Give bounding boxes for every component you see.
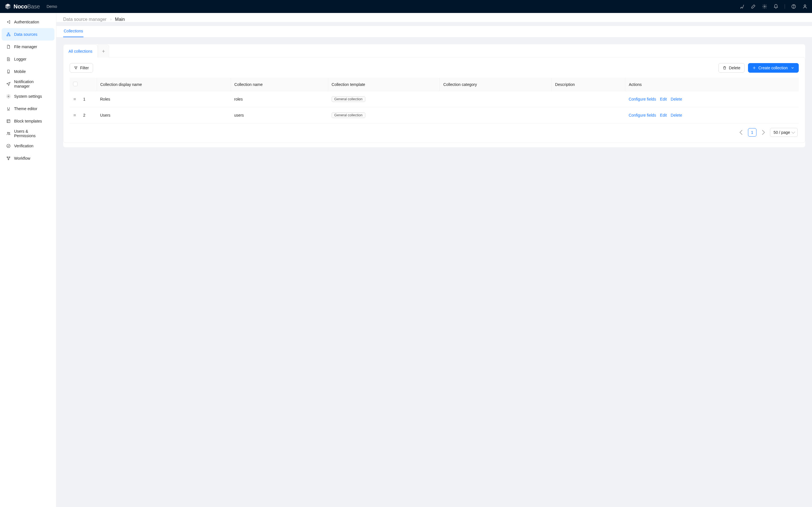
sidebar-item-label: Verification <box>14 144 33 148</box>
logo[interactable]: NocoBase <box>4 3 40 10</box>
sidebar-item-system-settings[interactable]: System settings <box>2 90 54 103</box>
sidebar-item-label: Data sources <box>14 32 37 37</box>
action-delete[interactable]: Delete <box>671 97 682 101</box>
collections-table: Collection display name Collection name … <box>70 78 799 123</box>
create-collection-button[interactable]: Create collection <box>748 63 799 73</box>
sidebar: Authentication Data sources File manager… <box>0 13 56 507</box>
drag-handle[interactable] <box>70 91 80 107</box>
row-index: 2 <box>80 107 90 123</box>
sidebar-item-authentication[interactable]: Authentication <box>2 16 54 28</box>
topbar: NocoBase Demo <box>0 0 812 13</box>
nav-demo[interactable]: Demo <box>47 4 57 9</box>
svg-point-8 <box>8 72 8 73</box>
svg-point-3 <box>804 5 806 6</box>
action-configure-fields[interactable]: Configure fields <box>629 113 656 117</box>
sidebar-item-label: System settings <box>14 94 42 99</box>
svg-point-0 <box>764 6 765 7</box>
sidebar-item-users-permissions[interactable]: Users & Permissions <box>2 127 54 140</box>
svg-rect-6 <box>9 35 10 36</box>
plus-icon <box>752 66 756 70</box>
drag-handle[interactable] <box>70 107 80 123</box>
sidebar-item-label: Authentication <box>14 20 39 24</box>
breadcrumb-parent[interactable]: Data source manager <box>63 17 107 22</box>
tab-collections[interactable]: Collections <box>63 26 84 37</box>
cell-template: General collection <box>328 91 440 107</box>
col-header-checkbox <box>70 78 97 91</box>
cell-description <box>552 91 625 107</box>
topbar-divider <box>784 4 785 9</box>
users-icon <box>6 131 11 136</box>
brush-icon[interactable] <box>751 4 756 9</box>
check-circle-icon <box>6 144 11 148</box>
tab-all-collections[interactable]: All collections <box>63 45 98 57</box>
filter-label: Filter <box>80 66 89 70</box>
user-icon[interactable] <box>802 4 808 9</box>
login-icon <box>6 20 11 24</box>
sidebar-item-label: Logger <box>14 57 27 61</box>
svg-rect-5 <box>7 35 8 36</box>
sidebar-item-label: Users & Permissions <box>14 129 50 138</box>
layout-icon <box>6 119 11 123</box>
file-text-icon <box>6 57 11 61</box>
select-all-checkbox[interactable] <box>73 82 78 86</box>
sidebar-item-label: Notification manager <box>14 79 50 89</box>
topbar-icons <box>740 4 808 9</box>
pagination: 1 50 / page <box>70 123 799 137</box>
collections-card: All collections Filter <box>63 44 805 147</box>
cell-actions: Configure fields Edit Delete <box>625 91 799 107</box>
trash-icon <box>723 66 726 70</box>
cell-template: General collection <box>328 107 440 123</box>
cell-actions: Configure fields Edit Delete <box>625 107 799 123</box>
action-edit[interactable]: Edit <box>660 97 667 101</box>
page-size-label: 50 / page <box>774 130 790 135</box>
page-next[interactable] <box>759 128 767 136</box>
workflow-icon <box>6 156 11 161</box>
svg-point-12 <box>9 132 10 133</box>
help-icon[interactable] <box>791 4 796 9</box>
cell-name: users <box>231 107 328 123</box>
svg-point-13 <box>7 144 10 148</box>
delete-button[interactable]: Delete <box>718 63 744 73</box>
col-header-name: Collection name <box>231 78 328 91</box>
sidebar-item-mobile[interactable]: Mobile <box>2 65 54 78</box>
logo-cube-icon <box>4 3 11 10</box>
sidebar-item-logger[interactable]: Logger <box>2 53 54 65</box>
main-content: Data source manager Main Collections All… <box>56 13 812 507</box>
mobile-icon <box>6 69 11 74</box>
add-tab-button[interactable] <box>98 45 109 57</box>
svg-point-9 <box>8 96 9 97</box>
col-header-category: Collection category <box>440 78 552 91</box>
page-number-1[interactable]: 1 <box>748 128 756 136</box>
sidebar-item-file-manager[interactable]: File manager <box>2 41 54 53</box>
sidebar-item-theme-editor[interactable]: Theme editor <box>2 103 54 115</box>
sidebar-item-label: Theme editor <box>14 107 37 111</box>
chevron-down-icon <box>791 66 795 70</box>
sidebar-item-label: Block templates <box>14 119 42 123</box>
sidebar-item-label: Workflow <box>14 156 30 161</box>
bell-icon[interactable] <box>773 4 778 9</box>
sidebar-item-notification-manager[interactable]: Notification manager <box>2 78 54 90</box>
action-configure-fields[interactable]: Configure fields <box>629 97 656 101</box>
page-prev[interactable] <box>737 128 745 136</box>
cell-description <box>552 107 625 123</box>
sidebar-item-data-sources[interactable]: Data sources <box>2 28 54 41</box>
action-edit[interactable]: Edit <box>660 113 667 117</box>
svg-point-11 <box>7 132 8 133</box>
filter-icon <box>74 66 78 70</box>
filter-button[interactable]: Filter <box>70 63 93 73</box>
svg-rect-10 <box>7 120 10 123</box>
row-index: 1 <box>80 91 90 107</box>
breadcrumb: Data source manager Main <box>63 17 805 22</box>
col-header-template: Collection template <box>328 78 440 91</box>
gear-icon[interactable] <box>762 4 767 9</box>
table-row: 2 Users users General collection Configu… <box>70 107 799 123</box>
col-header-display-name: Collection display name <box>97 78 231 91</box>
cluster-icon <box>6 32 11 37</box>
send-icon <box>6 82 11 86</box>
sidebar-item-workflow[interactable]: Workflow <box>2 152 54 165</box>
action-delete[interactable]: Delete <box>671 113 682 117</box>
sidebar-item-block-templates[interactable]: Block templates <box>2 115 54 127</box>
page-size-select[interactable]: 50 / page <box>770 128 798 137</box>
highlight-icon[interactable] <box>740 4 745 9</box>
sidebar-item-verification[interactable]: Verification <box>2 140 54 152</box>
